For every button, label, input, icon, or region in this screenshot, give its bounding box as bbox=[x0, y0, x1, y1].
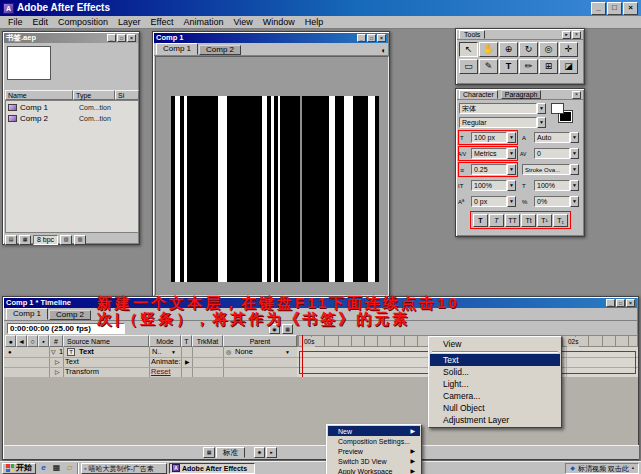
close-icon[interactable]: × bbox=[626, 299, 635, 307]
column-header-t[interactable]: T bbox=[181, 335, 192, 347]
minimize-icon[interactable]: _ bbox=[591, 2, 606, 15]
close-icon[interactable]: × bbox=[572, 31, 581, 39]
new-folder-icon[interactable]: ▦ bbox=[19, 235, 31, 245]
kerning-field[interactable]: Metrics bbox=[471, 148, 507, 159]
system-tray[interactable]: ◆ 标清视频 双击此 ▪ bbox=[565, 463, 639, 474]
superscript-button[interactable]: T¹ bbox=[537, 214, 552, 227]
chevron-down-icon[interactable]: ▼ bbox=[507, 180, 516, 191]
menu-view[interactable]: View bbox=[228, 18, 257, 27]
animate-arrow-icon[interactable]: ▶ bbox=[185, 357, 190, 367]
type-tool-button[interactable]: T bbox=[499, 59, 518, 74]
task-button-after-effects[interactable]: A Adobe After Effects bbox=[169, 463, 255, 474]
submenu-item-view[interactable]: View bbox=[430, 338, 560, 350]
pan-behind-tool-button[interactable]: ✛ bbox=[559, 42, 578, 57]
new-composition-icon[interactable]: ▧ bbox=[60, 235, 72, 245]
current-time-indicator[interactable] bbox=[302, 335, 303, 377]
vertical-scale-field[interactable]: 100% bbox=[471, 180, 507, 191]
chevron-down-icon[interactable]: ▼ bbox=[507, 196, 516, 207]
layer-name[interactable]: Text bbox=[79, 347, 94, 357]
tools-tab[interactable]: Tools bbox=[459, 30, 485, 39]
faux-bold-button[interactable]: T bbox=[473, 214, 488, 227]
stroke-style-dropdown[interactable]: Stroke Ova... bbox=[522, 164, 570, 175]
column-header-type[interactable]: Type bbox=[73, 90, 115, 100]
context-item-switch-3d-view[interactable]: Switch 3D View ▶ bbox=[328, 456, 420, 466]
close-icon[interactable]: × bbox=[127, 34, 136, 42]
context-item-preview[interactable]: Preview ▶ bbox=[328, 446, 420, 456]
chevron-down-icon[interactable]: ▼ bbox=[507, 132, 516, 143]
subscript-button[interactable]: T₁ bbox=[553, 214, 568, 227]
layer-expander-icon[interactable]: ▽ bbox=[51, 347, 56, 357]
trash-icon[interactable]: ▥ bbox=[74, 235, 86, 245]
chevron-down-icon[interactable]: ▼ bbox=[570, 164, 579, 175]
rotation-tool-button[interactable]: ↻ bbox=[519, 42, 538, 57]
font-family-dropdown[interactable]: 宋体 bbox=[459, 103, 537, 114]
lock-column-icon[interactable]: ▪ bbox=[38, 335, 49, 347]
menu-edit[interactable]: Edit bbox=[28, 18, 54, 27]
close-icon[interactable]: × bbox=[572, 91, 581, 99]
pen-tool-button[interactable]: ✎ bbox=[479, 59, 498, 74]
baseline-shift-field[interactable]: 0 px bbox=[471, 196, 507, 207]
menu-composition[interactable]: Composition bbox=[53, 18, 113, 27]
chevron-down-icon[interactable]: ▼ bbox=[537, 117, 546, 128]
layer-mode-dropdown[interactable]: N.. bbox=[152, 347, 162, 357]
all-caps-button[interactable]: TT bbox=[505, 214, 520, 227]
submenu-item-null-object[interactable]: Null Object bbox=[430, 402, 560, 414]
chevron-down-icon[interactable]: ▼ bbox=[570, 196, 579, 207]
clone-stamp-tool-button[interactable]: ⊞ bbox=[539, 59, 558, 74]
tsume-field[interactable]: 0% bbox=[534, 196, 570, 207]
chevron-down-icon[interactable]: ▼ bbox=[570, 148, 579, 159]
eraser-tool-button[interactable]: ◪ bbox=[559, 59, 578, 74]
comp-family-icon[interactable]: ◐ bbox=[381, 47, 386, 55]
pickwhip-icon[interactable]: ◎ bbox=[226, 347, 231, 357]
selection-tool-button[interactable]: ↖ bbox=[459, 42, 478, 57]
column-header-source-name[interactable]: Source Name bbox=[63, 335, 149, 347]
close-icon[interactable]: × bbox=[623, 2, 638, 15]
hand-tool-button[interactable]: ✋ bbox=[479, 42, 498, 57]
transform-group-label[interactable]: Transform bbox=[65, 367, 99, 377]
menu-window[interactable]: Window bbox=[258, 18, 300, 27]
submenu-item-adjustment-layer[interactable]: Adjustment Layer bbox=[430, 414, 560, 426]
project-item-comp2[interactable]: Comp 2 Com...tion bbox=[6, 113, 140, 124]
chevron-down-icon[interactable]: ▼ bbox=[507, 148, 516, 159]
maximize-icon[interactable]: □ bbox=[607, 2, 622, 15]
menu-effect[interactable]: Effect bbox=[146, 18, 179, 27]
font-style-dropdown[interactable]: Regular bbox=[459, 117, 537, 128]
standard-workspace-tab[interactable]: 标准 bbox=[216, 447, 245, 458]
fill-color-swatch[interactable] bbox=[551, 103, 564, 114]
minimize-icon[interactable]: _ bbox=[357, 34, 366, 42]
column-header-trkmat[interactable]: TrkMat bbox=[192, 335, 223, 347]
paragraph-tab[interactable]: Paragraph bbox=[501, 90, 542, 99]
font-size-field[interactable]: 100 px bbox=[471, 132, 507, 143]
column-header-number[interactable]: # bbox=[49, 335, 63, 347]
menu-file[interactable]: File bbox=[3, 18, 28, 27]
task-button-project[interactable]: ▪ 嘻哈大赏制作-广告素 bbox=[81, 463, 167, 474]
app-titlebar[interactable]: A Adobe After Effects _ □ × bbox=[0, 0, 641, 16]
maximize-icon[interactable]: □ bbox=[616, 299, 625, 307]
video-column-icon[interactable]: ● bbox=[5, 335, 16, 347]
animate-button[interactable]: Animate: bbox=[151, 357, 181, 367]
comp-tab-2[interactable]: Comp 2 bbox=[199, 45, 241, 55]
submenu-item-solid[interactable]: Solid... bbox=[430, 366, 560, 378]
reset-button[interactable]: Reset bbox=[151, 367, 171, 377]
context-item-apply-workspace[interactable]: Apply Workspace ▶ bbox=[328, 466, 420, 474]
start-button[interactable]: 开始 bbox=[2, 463, 36, 474]
column-header-mode[interactable]: Mode bbox=[149, 335, 181, 347]
timeline-tab-comp1[interactable]: Comp 1 bbox=[6, 308, 48, 320]
orbit-camera-tool-button[interactable]: ◎ bbox=[539, 42, 558, 57]
grid-icon[interactable]: ▦ bbox=[203, 447, 215, 458]
character-tab[interactable]: Character bbox=[459, 90, 498, 99]
maximize-icon[interactable]: □ bbox=[117, 34, 126, 42]
chevron-down-icon[interactable]: ▼ bbox=[570, 132, 579, 143]
small-caps-button[interactable]: Tt bbox=[521, 214, 536, 227]
leading-field[interactable]: Auto bbox=[534, 132, 570, 143]
chevron-down-icon[interactable]: ▼ bbox=[570, 180, 579, 191]
close-icon[interactable]: × bbox=[377, 34, 386, 42]
solo-column-icon[interactable]: ○ bbox=[27, 335, 38, 347]
chevron-down-icon[interactable]: ▼ bbox=[507, 164, 516, 175]
menu-help[interactable]: Help bbox=[300, 18, 329, 27]
submenu-item-light[interactable]: Light... bbox=[430, 378, 560, 390]
layer-visibility-icon[interactable]: ● bbox=[8, 347, 12, 357]
maximize-icon[interactable]: □ bbox=[367, 34, 376, 42]
horizontal-scale-field[interactable]: 100% bbox=[534, 180, 570, 191]
context-item-new[interactable]: New ▶ bbox=[328, 426, 420, 436]
